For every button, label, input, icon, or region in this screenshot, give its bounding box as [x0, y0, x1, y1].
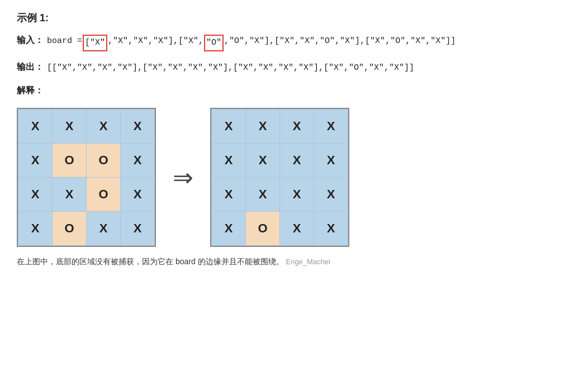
cell: O [87, 178, 120, 211]
cell: X [18, 178, 52, 211]
cell: X [314, 212, 348, 245]
cell: O [87, 144, 120, 177]
cell: X [280, 144, 314, 177]
cell: X [53, 109, 86, 143]
input-middle-1: ,"X","X","X"],["X", [108, 35, 203, 48]
output-label: 输出： [17, 61, 44, 73]
cell: O [53, 144, 86, 177]
cell: X [280, 212, 314, 245]
cell: X [121, 144, 154, 177]
output-code: [["X","X","X","X"],["X","X","X","X"],["X… [47, 61, 414, 75]
footer-text: 在上图中，底部的区域没有被捕获，因为它在 board 的边缘并且不能被围绕。 E… [17, 257, 571, 267]
cell: X [246, 178, 279, 211]
cell: X [280, 109, 314, 143]
cell: X [246, 109, 279, 143]
board-after: XXXXXXXXXXXXXOXX [210, 108, 349, 247]
arrow-container: ⇒ [173, 163, 193, 192]
cell: X [18, 144, 52, 177]
input-code-prefix: board = [47, 35, 82, 48]
cell: X [121, 212, 154, 245]
cell: X [18, 109, 52, 143]
cell: O [246, 212, 279, 245]
cell: X [87, 212, 120, 245]
board-before: XXXXXOOXXXOXXOXX [17, 108, 156, 247]
boards-container: XXXXXOOXXXOXXOXX ⇒ XXXXXXXXXXXXXOXX [17, 108, 571, 247]
cell: X [121, 178, 154, 211]
cell: X [212, 178, 245, 211]
cell: X [314, 178, 348, 211]
explain-label: 解释： [17, 85, 44, 97]
cell: X [87, 109, 120, 143]
watermark: Enge_Machel [286, 258, 330, 266]
cell: X [212, 212, 245, 245]
cell: X [212, 109, 245, 143]
cell: O [53, 212, 86, 245]
cell: X [246, 144, 279, 177]
arrow-icon: ⇒ [173, 163, 193, 192]
input-highlight-2: "O" [204, 35, 224, 51]
input-code-suffix: ,"O","X"],["X","X","O","X"],["X","O","X"… [224, 35, 456, 48]
cell: X [212, 144, 245, 177]
cell: X [121, 109, 154, 143]
example-title: 示例 1: [17, 11, 571, 25]
cell: X [314, 109, 348, 143]
input-label: 输入： [17, 35, 44, 46]
cell: X [280, 178, 314, 211]
cell: X [18, 212, 52, 245]
cell: X [53, 178, 86, 211]
input-highlight-1: ["X" [83, 35, 107, 51]
cell: X [314, 144, 348, 177]
